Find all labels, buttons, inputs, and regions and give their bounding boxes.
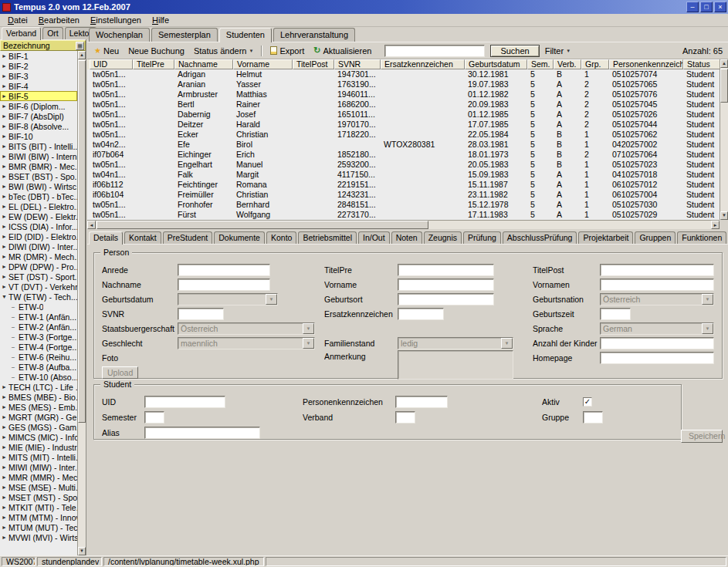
tree-item-ges-mgs-gam[interactable]: ►GES (MGS) - Gam... bbox=[0, 422, 77, 432]
geburtszeit-field[interactable] bbox=[600, 308, 631, 320]
svnr-field[interactable] bbox=[178, 308, 224, 320]
neu-button[interactable]: ★ Neu bbox=[90, 45, 123, 57]
tree-item-bif-3[interactable]: ►BIF-3 bbox=[0, 71, 77, 81]
minimize-button[interactable]: – bbox=[686, 2, 699, 12]
table-hscroll-thumb[interactable] bbox=[97, 221, 428, 229]
table-row[interactable]: tw04n2...EfeBirolWTOX28038128.03.19815B1… bbox=[90, 140, 720, 150]
tree-item-etw-4-fortge[interactable]: –ETW-4 (Fortge... bbox=[0, 342, 77, 352]
geburtsort-field[interactable] bbox=[398, 293, 494, 305]
gruppe-field[interactable] bbox=[583, 411, 603, 424]
homepage-field[interactable] bbox=[600, 352, 714, 364]
ersatzkennzeichen-field[interactable] bbox=[398, 308, 444, 320]
aktiv-checkbox[interactable]: ✓ bbox=[583, 397, 592, 407]
uid-field[interactable] bbox=[144, 396, 225, 408]
column-header-titelpre[interactable]: TitelPre bbox=[133, 59, 174, 69]
tree-item-el-del-elektro[interactable]: ►EL (DEL) - Elektro... bbox=[0, 201, 77, 211]
tree-item-bmes-mbe-bio[interactable]: ►BMES (MBE) - Bio... bbox=[0, 392, 77, 402]
tab-semesterplan[interactable]: Semesterplan bbox=[151, 28, 218, 42]
status-aendern-button[interactable]: Status ändern ▼ bbox=[190, 45, 257, 57]
tab-kontakt[interactable]: Kontakt bbox=[124, 231, 161, 244]
tree-item-btec-dbt-btec[interactable]: ►bTec (DBT) - bTec... bbox=[0, 191, 77, 201]
tree-item-bif-10[interactable]: ►BIF-10 bbox=[0, 131, 77, 141]
search-input[interactable] bbox=[384, 45, 485, 57]
tree-item-dpw-dpw-pro[interactable]: ►DPW (DPW) - Pro... bbox=[0, 262, 77, 272]
chevron-down-icon[interactable]: ▼ bbox=[702, 294, 713, 305]
column-header-svnr[interactable]: SVNR bbox=[334, 59, 381, 69]
table-row[interactable]: tw05n1...FronhoferBernhard2848151...15.1… bbox=[90, 200, 720, 210]
tab-prestudent[interactable]: PreStudent bbox=[163, 231, 213, 244]
column-header-personenkennzeichen[interactable]: Personenkennzeichen bbox=[609, 59, 683, 69]
chevron-down-icon[interactable]: ▼ bbox=[303, 338, 314, 349]
tree-item-mvwi-mvi-wirts[interactable]: ►MVWI (MVI) - Wirts... bbox=[0, 532, 77, 542]
tab-funktionen[interactable]: Funktionen bbox=[677, 231, 726, 244]
tree-scrollbar[interactable]: ▲ ▼ bbox=[77, 51, 86, 555]
table-row[interactable]: tw05n1...ArmbrusterMatthias1946011...01.… bbox=[90, 89, 720, 100]
titelpre-field[interactable] bbox=[398, 264, 494, 276]
tree-item-tw-etw-tech[interactable]: ▼TW (ETW) - Tech... bbox=[0, 292, 77, 302]
tab-details[interactable]: Details bbox=[89, 231, 123, 245]
table-row[interactable]: tw05n1...FürstWolfgang2273170...17.11.19… bbox=[90, 210, 720, 220]
tree-item-etw-0[interactable]: –ETW-0 bbox=[0, 302, 77, 312]
anrede-field[interactable] bbox=[178, 264, 270, 276]
tree-item-mset-mst-spo[interactable]: ►MSET (MST) - Spo... bbox=[0, 492, 77, 502]
tree-item-mtum-mut-tec[interactable]: ►MTUM (MUT) - Tec... bbox=[0, 522, 77, 532]
tree-item-etw-2-anf-n[interactable]: –ETW-2 (Anfän... bbox=[0, 322, 77, 332]
chevron-down-icon[interactable]: ▼ bbox=[501, 338, 513, 349]
table-row[interactable]: if06b104FreimüllerChristian1243231...23.… bbox=[90, 190, 720, 200]
tree-item-bset-bst-spo[interactable]: ►BSET (BST) - Spo... bbox=[0, 171, 77, 181]
tree-item-etw-6-reihu[interactable]: –ETW-6 (Reihu... bbox=[0, 352, 77, 362]
column-header-nachname[interactable]: Nachname bbox=[174, 59, 233, 69]
anmerkung-field[interactable] bbox=[398, 350, 513, 380]
tree-item-etw-3-fortge[interactable]: –ETW-3 (Fortge... bbox=[0, 332, 77, 342]
tree-item-icss-dia-infor[interactable]: ►ICSS (DIA) - Infor... bbox=[0, 221, 77, 231]
tree-item-bif-4[interactable]: ►BIF-4 bbox=[0, 81, 77, 91]
vorname-field[interactable] bbox=[398, 278, 494, 291]
tree-item-mes-mes-emb[interactable]: ►MES (MES) - Emb... bbox=[0, 402, 77, 412]
tab-abschlusspr-fung[interactable]: AbschlussPrüfung bbox=[503, 231, 577, 244]
tab-dokumente[interactable]: Dokumente bbox=[214, 231, 265, 244]
tree-item-vt-dvt-verkehr[interactable]: ►VT (DVT) - Verkehr... bbox=[0, 282, 77, 292]
sidebar-tab-ort[interactable]: Ort bbox=[42, 27, 63, 39]
staatsbuergerschaft-select[interactable]: Österreich ▼ bbox=[178, 322, 315, 335]
tree-item-bmr-bmr-mec[interactable]: ►BMR (BMR) - Mec... bbox=[0, 161, 77, 171]
tree-item-mtm-mtm-innov[interactable]: ►MTM (MTM) - Innov... bbox=[0, 512, 77, 522]
tree-item-mits-mit-intelli[interactable]: ►MITS (MIT) - Intelli... bbox=[0, 452, 77, 462]
tree-item-biwi-biw-intern[interactable]: ►BIWI (BIW) - Intern... bbox=[0, 151, 77, 161]
scroll-right-icon[interactable]: ► bbox=[711, 221, 720, 229]
verband-field[interactable] bbox=[395, 411, 415, 424]
chevron-down-icon[interactable]: ▼ bbox=[266, 294, 277, 305]
neue-buchung-button[interactable]: Neue Buchung bbox=[124, 45, 188, 57]
maximize-button[interactable]: □ bbox=[700, 2, 713, 12]
tree-item-tech-ltc-life[interactable]: ►TECH (LTC) - Life ... bbox=[0, 382, 77, 392]
table-row[interactable]: if07b064EichingerErich1852180...18.01.19… bbox=[90, 150, 720, 160]
tab-in-out[interactable]: In/Out bbox=[358, 231, 390, 244]
filter-button[interactable]: Filter ▼ bbox=[541, 45, 574, 57]
table-row[interactable]: tw05n1...DeitzerHarald1970170...17.07.19… bbox=[90, 120, 720, 130]
tree-item-bif-6-diplom[interactable]: ►BIF-6 (Diplom... bbox=[0, 101, 77, 111]
column-header-grp[interactable]: Grp. bbox=[581, 59, 609, 69]
column-header-uid[interactable]: UID bbox=[90, 59, 133, 69]
tree-item-etw-10-abso[interactable]: –ETW-10 (Abso... bbox=[0, 372, 77, 382]
anzahl-der-kinder-field[interactable] bbox=[600, 337, 714, 349]
tree-item-diwi-diw-inter[interactable]: ►DIWI (DIW) - Inter... bbox=[0, 241, 77, 251]
tab-projektarbeit[interactable]: Projektarbeit bbox=[578, 231, 633, 244]
tree-item-mr-dmr-mech[interactable]: ►MR (DMR) - Mech... bbox=[0, 251, 77, 262]
tab-lehrveranstaltung[interactable]: Lehrveranstaltung bbox=[273, 28, 355, 42]
tree-item-eid-did-elektro[interactable]: ►EID (DID) - Elektro... bbox=[0, 231, 77, 241]
aktualisieren-button[interactable]: ↻ Aktualisieren bbox=[310, 45, 375, 57]
geschlecht-select[interactable]: maennlich ▼ bbox=[178, 337, 315, 349]
tab-studenten[interactable]: Studenten bbox=[219, 28, 272, 42]
table-row[interactable]: tw05n1...BertlRainer1686200...20.09.1983… bbox=[90, 100, 720, 110]
menu-bearbeiten[interactable]: Bearbeiten bbox=[33, 15, 85, 25]
tree-item-etw-1-anf-n[interactable]: –ETW-1 (Anfän... bbox=[0, 312, 77, 322]
scroll-down-icon[interactable]: ▼ bbox=[78, 547, 86, 555]
table-vertical-scrollbar[interactable]: ▲ ▼ bbox=[720, 59, 728, 220]
tree-item-bif-5[interactable]: ►BIF-5 bbox=[0, 91, 77, 101]
table-horizontal-scrollbar[interactable]: ◄ ► bbox=[87, 220, 720, 229]
table-scroll-thumb[interactable] bbox=[720, 69, 728, 103]
menu-hilfe[interactable]: Hilfe bbox=[147, 15, 174, 25]
tree-item-bits-bit-intelli[interactable]: ►BITS (BIT) - Intelli... bbox=[0, 141, 77, 151]
column-header-sem[interactable]: Sem. bbox=[527, 59, 554, 69]
titelpost-field[interactable] bbox=[600, 264, 714, 276]
chevron-down-icon[interactable]: ▼ bbox=[303, 323, 314, 334]
